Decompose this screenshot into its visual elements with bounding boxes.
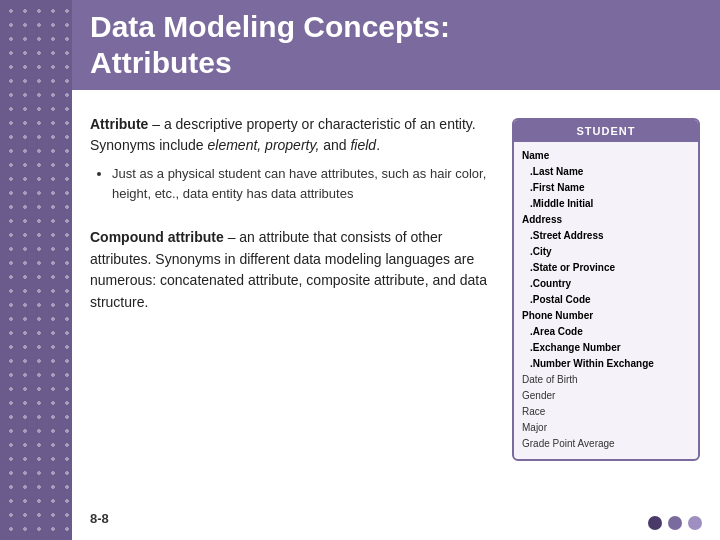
attr-date-of-birth: Date of Birth: [522, 372, 690, 387]
entity-attributes-list: Name .Last Name .First Name .Middle Init…: [514, 142, 698, 459]
attr-postal-code: .Postal Code: [522, 292, 690, 307]
attr-name: Name: [522, 148, 690, 163]
page-number: 8-8: [90, 511, 109, 526]
attr-number-within-exchange: .Number Within Exchange: [522, 356, 690, 371]
attr-state-province: .State or Province: [522, 260, 690, 275]
text-column: Attribute – a descriptive property or ch…: [90, 114, 492, 520]
attr-country: .Country: [522, 276, 690, 291]
attr-first-name: .First Name: [522, 180, 690, 195]
attr-area-code: .Area Code: [522, 324, 690, 339]
attr-grade-point-average: Grade Point Average: [522, 436, 690, 451]
attr-gender: Gender: [522, 388, 690, 403]
title-line1: Data Modeling Concepts:: [90, 10, 450, 43]
attr-exchange-number: .Exchange Number: [522, 340, 690, 355]
attribute-bullet-list: Just as a physical student can have attr…: [112, 164, 492, 203]
slide-title: Data Modeling Concepts: Attributes: [90, 9, 450, 81]
attribute-definition-text: Attribute – a descriptive property or ch…: [90, 114, 492, 156]
dot-2: [668, 516, 682, 530]
attr-major: Major: [522, 420, 690, 435]
attr-address: Address: [522, 212, 690, 227]
dot-3: [688, 516, 702, 530]
slide-header: Data Modeling Concepts: Attributes: [72, 0, 720, 90]
attr-last-name: .Last Name: [522, 164, 690, 179]
dot-1: [648, 516, 662, 530]
main-content-area: Attribute – a descriptive property or ch…: [72, 90, 720, 540]
attr-street-address: .Street Address: [522, 228, 690, 243]
compound-definition-section: Compound attribute – an attribute that c…: [90, 227, 492, 314]
bullet-item: Just as a physical student can have attr…: [112, 164, 492, 203]
bottom-decorative-dots: [648, 516, 702, 530]
attr-city: .City: [522, 244, 690, 259]
entity-title: STUDENT: [514, 120, 698, 142]
attr-race: Race: [522, 404, 690, 419]
decorative-dot-pattern: [0, 0, 72, 540]
attr-phone-number: Phone Number: [522, 308, 690, 323]
compound-definition-text: Compound attribute – an attribute that c…: [90, 227, 492, 314]
student-entity-diagram: STUDENT Name .Last Name .First Name .Mid…: [512, 118, 700, 461]
attr-middle-initial: .Middle Initial: [522, 196, 690, 211]
attribute-definition-section: Attribute – a descriptive property or ch…: [90, 114, 492, 213]
title-line2: Attributes: [90, 46, 232, 79]
